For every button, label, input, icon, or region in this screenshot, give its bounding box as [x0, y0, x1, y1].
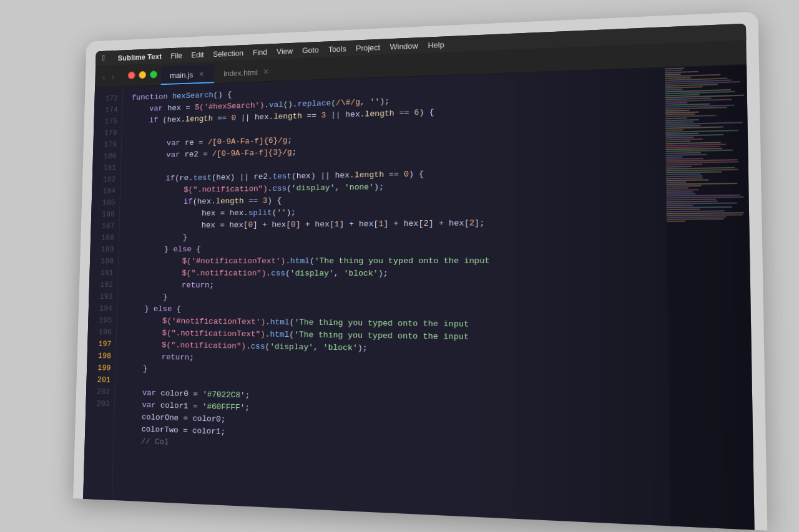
menubar-window[interactable]: Window — [390, 41, 418, 51]
tab-main-js[interactable]: main.js ✕ — [161, 64, 215, 85]
menubar-project[interactable]: Project — [356, 42, 380, 52]
tab-index-html[interactable]: index.html ✕ — [214, 62, 280, 83]
screen-bezel:  Sublime Text File Edit Selection Find … — [83, 23, 755, 530]
menubar-file[interactable]: File — [170, 51, 182, 60]
code-line: $(".notification").css('display', 'block… — [127, 267, 667, 280]
traffic-lights — [128, 70, 157, 79]
tab-close-icon[interactable]: ✕ — [197, 70, 205, 79]
code-area[interactable]: function hexSearch() { var hex = $('#hex… — [112, 67, 670, 526]
nav-arrows: ‹ › — [102, 72, 115, 82]
minimize-button[interactable] — [139, 70, 146, 78]
menubar-edit[interactable]: Edit — [191, 50, 204, 59]
apple-menu-icon[interactable]:  — [102, 54, 107, 63]
tab-main-js-label: main.js — [170, 70, 193, 79]
menubar-help[interactable]: Help — [428, 39, 444, 49]
maximize-button[interactable] — [150, 70, 157, 78]
editor: 1721741751781791801811821841851861871881… — [83, 64, 755, 530]
forward-icon[interactable]: › — [110, 72, 115, 82]
close-button[interactable] — [128, 71, 135, 79]
back-icon[interactable]: ‹ — [102, 73, 107, 82]
tab-index-html-label: index.html — [223, 67, 258, 77]
menubar-find[interactable]: Find — [253, 47, 268, 56]
menubar-view[interactable]: View — [277, 46, 293, 56]
tab-close-icon-2[interactable]: ✕ — [262, 67, 270, 76]
menubar-app-name[interactable]: Sublime Text — [117, 51, 162, 62]
menubar-tools[interactable]: Tools — [328, 44, 346, 54]
code-line: return; — [127, 279, 667, 293]
code-line: $('#notificationText').html('The thing y… — [127, 254, 667, 268]
laptop-frame:  Sublime Text File Edit Selection Find … — [73, 11, 767, 530]
code-line: } else { — [127, 241, 667, 256]
menubar-selection[interactable]: Selection — [213, 48, 243, 58]
minimap — [665, 64, 755, 530]
menubar-goto[interactable]: Goto — [302, 45, 319, 54]
